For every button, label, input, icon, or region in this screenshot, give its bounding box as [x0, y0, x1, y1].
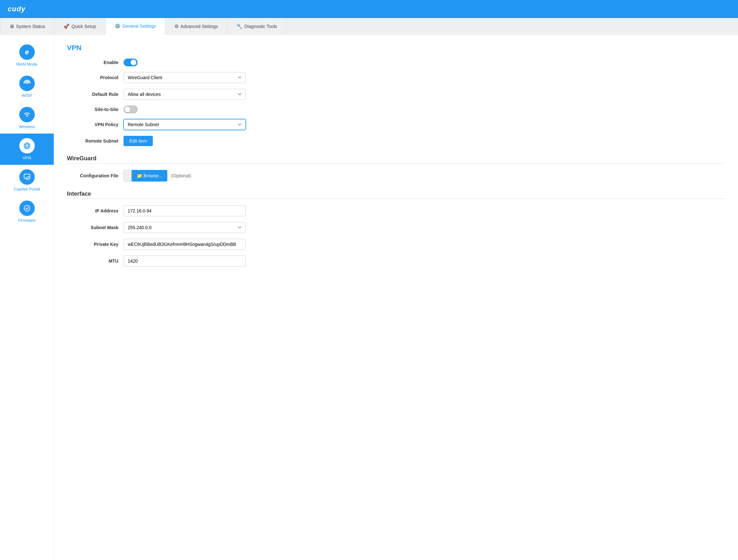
site-to-site-toggle-wrapper[interactable] — [123, 105, 246, 113]
file-input-wrapper: 📁 Browse... (Optional) — [123, 170, 191, 182]
site-to-site-row: Site-to-Site — [67, 105, 725, 113]
wisp-icon — [19, 76, 35, 91]
svg-point-1 — [26, 115, 28, 117]
nav-advanced-settings-label: Advanced Settings — [180, 24, 218, 29]
nav-diagnostic-tools[interactable]: 🔧 Diagnostic Tools — [228, 18, 287, 34]
nav-diagnostic-tools-label: Diagnostic Tools — [245, 24, 277, 29]
vpn-section-title: VPN — [67, 44, 725, 52]
sidebar-item-vpn[interactable]: VPN — [0, 133, 54, 165]
interface-divider — [67, 199, 725, 199]
private-key-row: Private Key — [67, 239, 725, 250]
file-input-text — [123, 170, 131, 182]
wan-mode-icon: e — [19, 44, 35, 60]
main-nav: 🖥 System Status 🚀 Quick Setup ⚙️ General… — [0, 18, 738, 35]
advanced-settings-icon: ⚙ — [174, 23, 178, 29]
svg-point-3 — [26, 143, 28, 149]
mtu-input[interactable] — [123, 256, 246, 266]
protocol-row: Protocol WireGuard Client OpenVPN Client… — [67, 72, 725, 83]
private-key-label: Private Key — [67, 242, 118, 247]
quick-setup-icon: 🚀 — [63, 23, 69, 29]
sidebar-firmware-label: Firmware — [18, 218, 35, 223]
nav-general-settings-label: General Settings — [122, 23, 156, 29]
sidebar-wisp-label: WISP — [22, 93, 32, 98]
ip-address-label: IP Address — [67, 208, 118, 213]
sidebar-wireless-label: Wireless — [19, 124, 35, 129]
sidebar: e WAN Mode WISP Wir — [0, 35, 54, 560]
vpn-policy-row: VPN Policy Remote Subnet All Traffic — [67, 119, 725, 130]
diagnostic-tools-icon: 🔧 — [237, 23, 243, 29]
config-file-label: Configuration File — [67, 173, 118, 178]
sidebar-captive-portal-label: Captive Portal — [14, 187, 40, 192]
sidebar-item-wireless[interactable]: Wireless — [0, 102, 54, 133]
ip-address-input[interactable] — [123, 205, 246, 216]
interface-section-title: Interface — [67, 191, 725, 197]
mtu-row: MTU — [67, 256, 725, 266]
nav-system-status[interactable]: 🖥 System Status — [0, 18, 54, 34]
sidebar-vpn-label: VPN — [22, 156, 31, 160]
remote-subnet-control: Edit Item — [123, 136, 246, 146]
site-to-site-toggle-knob — [124, 106, 130, 112]
enable-toggle[interactable] — [123, 59, 138, 66]
nav-advanced-settings[interactable]: ⚙ Advanced Settings — [165, 18, 228, 34]
wireguard-divider — [67, 163, 725, 164]
protocol-select[interactable]: WireGuard Client OpenVPN Client PPTP Cli… — [123, 72, 246, 83]
ip-address-row: IP Address — [67, 205, 725, 216]
config-file-row: Configuration File 📁 Browse... (Optional… — [67, 170, 725, 182]
vpn-policy-label: VPN Policy — [67, 122, 118, 127]
firmware-icon — [19, 201, 35, 216]
subnet-mask-row: Subnet Mask 255.240.0.0 255.255.255.0 25… — [67, 222, 725, 233]
captive-portal-icon — [19, 169, 35, 185]
site-to-site-toggle[interactable] — [123, 105, 138, 113]
wireguard-section-title: WireGuard — [67, 155, 725, 162]
header: cudy — [0, 0, 738, 18]
remote-subnet-row: Remote Subnet Edit Item — [67, 136, 725, 146]
enable-row: Enable — [67, 59, 725, 66]
subnet-mask-label: Subnet Mask — [67, 225, 118, 230]
nav-general-settings[interactable]: ⚙️ General Settings — [105, 18, 165, 35]
mtu-control — [123, 256, 246, 266]
nav-quick-setup[interactable]: 🚀 Quick Setup — [54, 18, 105, 34]
browse-icon: 📁 — [137, 173, 142, 178]
sidebar-item-wisp[interactable]: WISP — [0, 71, 54, 102]
default-rule-control: Allow all devices Block all devices — [123, 89, 246, 100]
sidebar-item-firmware[interactable]: Firmware — [0, 196, 54, 227]
subnet-mask-control: 255.240.0.0 255.255.255.0 255.255.0.0 25… — [123, 222, 246, 233]
default-rule-label: Default Rule — [67, 92, 118, 97]
nav-system-status-label: System Status — [16, 24, 45, 29]
vpn-icon — [19, 138, 35, 154]
sidebar-item-captive-portal[interactable]: Captive Portal — [0, 165, 54, 196]
layout: e WAN Mode WISP Wir — [0, 35, 738, 560]
site-to-site-label: Site-to-Site — [67, 107, 118, 112]
system-status-icon: 🖥 — [9, 23, 14, 29]
sidebar-item-wan-mode[interactable]: e WAN Mode — [0, 40, 54, 71]
brand-logo: cudy — [8, 5, 25, 13]
main-content: VPN Enable Protocol WireGuard Client Ope… — [54, 35, 738, 560]
private-key-input[interactable] — [123, 239, 246, 250]
brand-name: cudy — [8, 5, 25, 13]
vpn-policy-control: Remote Subnet All Traffic — [123, 119, 246, 130]
general-settings-icon: ⚙️ — [114, 23, 121, 29]
protocol-label: Protocol — [67, 75, 118, 80]
subnet-mask-select[interactable]: 255.240.0.0 255.255.255.0 255.255.0.0 25… — [123, 222, 246, 233]
svg-point-0 — [26, 83, 28, 84]
browse-button[interactable]: 📁 Browse... — [131, 170, 167, 182]
mtu-label: MTU — [67, 258, 118, 264]
nav-quick-setup-label: Quick Setup — [71, 24, 96, 29]
wireless-icon — [19, 107, 35, 122]
toggle-knob — [130, 59, 136, 65]
enable-label: Enable — [67, 60, 118, 65]
default-rule-select[interactable]: Allow all devices Block all devices — [123, 89, 246, 100]
svg-point-2 — [24, 143, 30, 149]
protocol-control: WireGuard Client OpenVPN Client PPTP Cli… — [123, 72, 246, 83]
vpn-policy-select[interactable]: Remote Subnet All Traffic — [123, 119, 246, 130]
ip-address-control — [123, 205, 246, 216]
private-key-control — [123, 239, 246, 250]
optional-label: (Optional) — [171, 173, 191, 178]
edit-item-button[interactable]: Edit Item — [123, 136, 153, 146]
enable-toggle-wrapper[interactable] — [123, 59, 246, 66]
default-rule-row: Default Rule Allow all devices Block all… — [67, 89, 725, 100]
browse-label: Browse... — [143, 173, 162, 178]
sidebar-wan-mode-label: WAN Mode — [16, 62, 38, 67]
remote-subnet-label: Remote Subnet — [67, 138, 118, 144]
